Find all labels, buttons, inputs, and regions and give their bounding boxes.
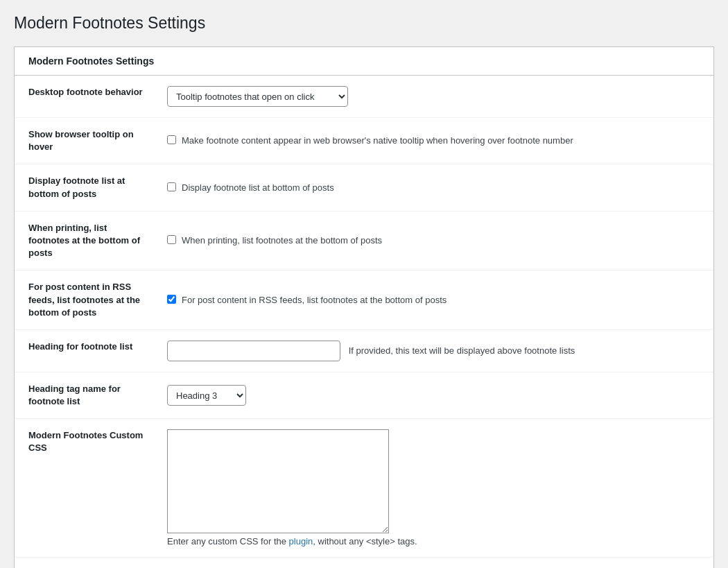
display-list-checkbox[interactable] — [167, 182, 176, 191]
show-tooltip-label: Make footnote content appear in web brow… — [182, 134, 573, 148]
rss-footnotes-checkbox[interactable] — [167, 295, 176, 304]
show-tooltip-checkbox[interactable] — [167, 135, 176, 144]
row-label-display-list: Display footnote list at bottom of posts — [15, 164, 160, 211]
row-cell-display-list: Display footnote list at bottom of posts — [160, 164, 713, 211]
row-cell-custom-css: Enter any custom CSS for the plugin, wit… — [160, 419, 713, 558]
row-label-heading: Heading for footnote list — [15, 329, 160, 372]
heading-text-input[interactable] — [167, 341, 340, 361]
heading-tag-select[interactable]: Heading 1 Heading 2 Heading 3 Heading 4 … — [167, 385, 246, 406]
table-row: Show browser tooltip on hover Make footn… — [15, 118, 713, 164]
table-row: Modern Footnotes Custom Shortcode Custom… — [15, 558, 713, 568]
table-row: Heading for footnote list If provided, t… — [15, 329, 713, 372]
row-cell-tooltip: Make footnote content appear in web brow… — [160, 118, 713, 164]
settings-wrap: Modern Footnotes Settings Desktop footno… — [14, 46, 714, 568]
table-row: For post content in RSS feeds, list foot… — [15, 270, 713, 330]
row-label-rss: For post content in RSS feeds, list foot… — [15, 270, 160, 330]
custom-css-desc: Enter any custom CSS for the plugin, wit… — [167, 536, 700, 547]
row-cell-print: When printing, list footnotes at the bot… — [160, 211, 713, 270]
row-label-desktop-behavior: Desktop footnote behavior — [15, 76, 160, 118]
table-row: Heading tag name for footnote list Headi… — [15, 372, 713, 418]
row-label-tooltip: Show browser tooltip on hover — [15, 118, 160, 164]
table-row: Modern Footnotes Custom CSS Enter any cu… — [15, 419, 713, 558]
row-label-shortcode: Modern Footnotes Custom Shortcode — [15, 558, 160, 568]
table-row: Desktop footnote behavior Tooltip footno… — [15, 76, 713, 118]
row-label-custom-css: Modern Footnotes Custom CSS — [15, 419, 160, 558]
heading-desc: If provided, this text will be displayed… — [349, 345, 575, 356]
row-cell-heading-tag: Heading 1 Heading 2 Heading 3 Heading 4 … — [160, 372, 713, 418]
desktop-behavior-select[interactable]: Tooltip footnotes that open on click Inl… — [167, 86, 348, 107]
settings-table: Desktop footnote behavior Tooltip footno… — [15, 76, 713, 568]
print-footnotes-checkbox[interactable] — [167, 235, 176, 244]
row-label-heading-tag: Heading tag name for footnote list — [15, 372, 160, 418]
custom-css-textarea[interactable] — [167, 429, 389, 533]
print-footnotes-label: When printing, list footnotes at the bot… — [182, 234, 382, 248]
row-cell-shortcode: Custom shortcode if you'd like to use so… — [160, 558, 713, 568]
row-label-print: When printing, list footnotes at the bot… — [15, 211, 160, 270]
row-cell-heading: If provided, this text will be displayed… — [160, 329, 713, 372]
display-list-label: Display footnote list at bottom of posts — [182, 181, 334, 195]
table-row: When printing, list footnotes at the bot… — [15, 211, 713, 270]
settings-section-title: Modern Footnotes Settings — [15, 47, 713, 76]
table-row: Display footnote list at bottom of posts… — [15, 164, 713, 211]
page-title: Modern Footnotes Settings — [14, 14, 714, 33]
row-cell-rss: For post content in RSS feeds, list foot… — [160, 270, 713, 330]
row-cell-desktop-behavior: Tooltip footnotes that open on click Inl… — [160, 76, 713, 118]
rss-footnotes-label: For post content in RSS feeds, list foot… — [182, 293, 447, 307]
